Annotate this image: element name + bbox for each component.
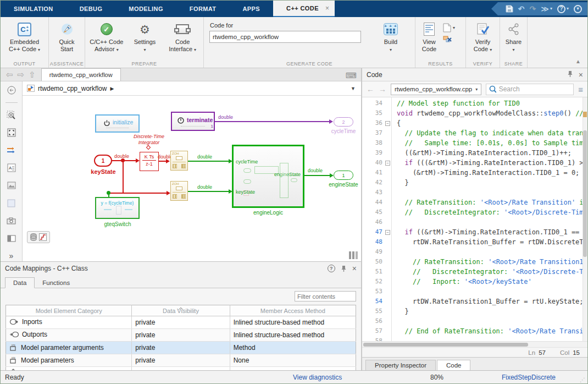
help-icon[interactable]: ?▾: [557, 5, 569, 13]
column-header-category[interactable]: Model Element Category: [6, 305, 132, 316]
solver-link[interactable]: FixedStepDiscrete: [502, 374, 556, 381]
code-editor[interactable]: 3435363738394041424344454647484950515253…: [362, 97, 587, 341]
code-line[interactable]: // Inport: '<Root>/keyState': [397, 277, 587, 287]
code-line[interactable]: ((&rtM)->Timing.RateInteraction.TID0_1)+…: [397, 148, 587, 158]
toggle-explorer-icon[interactable]: [6, 85, 17, 96]
code-interface-button[interactable]: Code Interface ▾: [162, 21, 203, 53]
column-header-visibility[interactable]: Data Visibility: [132, 305, 230, 316]
code-line[interactable]: (&rtM)->Timing.RateInteraction.TID0_1 = …: [397, 168, 587, 178]
wire-cycletime[interactable]: [215, 121, 331, 122]
more-tools-icon[interactable]: »: [6, 250, 17, 261]
access-method-cell[interactable]: Inlined structure-based method: [230, 316, 356, 329]
close-tab-icon[interactable]: ×: [325, 4, 329, 12]
undo-icon[interactable]: ↶: [518, 5, 525, 13]
code-line[interactable]: [397, 247, 587, 257]
fold-toggle-icon[interactable]: −: [384, 118, 391, 128]
code-line[interactable]: if ((&rtM)->Timing.RateInteraction.TID0_…: [397, 227, 587, 237]
table-row[interactable]: [0]Model parametersprivateNone: [6, 354, 356, 367]
code-line[interactable]: rtDW.RateTransition_Buffer = rtDW.Discre…: [397, 237, 587, 247]
code-vertical-scrollbar[interactable]: [583, 97, 587, 341]
code-line[interactable]: }: [397, 178, 587, 188]
tab-format[interactable]: FORMAT: [176, 1, 230, 17]
code-line[interactable]: // RateTransition: '<Root>/Rate Transiti…: [397, 198, 587, 207]
canvas-data-overlay-button[interactable]: [27, 231, 50, 243]
file-dropdown[interactable]: rtwdemo_cpp_workflow.cpp▾: [391, 84, 481, 95]
tab-property-inspector[interactable]: Property Inspector: [365, 360, 436, 370]
image-icon[interactable]: [6, 180, 17, 191]
open-report-button[interactable]: ▾: [443, 23, 455, 32]
code-line[interactable]: [397, 316, 587, 326]
tab-simulation[interactable]: SIMULATION: [1, 1, 66, 17]
code-line[interactable]: if (((&rtM)->Timing.RateInteraction.TID0…: [397, 158, 587, 168]
model-document-tab[interactable]: rtwdemo_cpp_workflow: [41, 68, 121, 81]
code-line[interactable]: [397, 217, 587, 227]
wire-keystate[interactable]: [112, 160, 138, 161]
access-method-cell[interactable]: None: [230, 354, 356, 367]
table-row[interactable]: InportsprivateInlined structure-based me…: [6, 316, 356, 329]
wire-enginestate[interactable]: [304, 175, 332, 176]
pin-icon[interactable]: [341, 265, 347, 272]
integrator-annotation-line2[interactable]: Integrator: [124, 140, 174, 145]
breadcrumb-dropdown-icon[interactable]: ▼: [351, 86, 356, 91]
tab-debug[interactable]: DEBUG: [66, 1, 116, 17]
code-line[interactable]: {: [397, 118, 587, 128]
view-diagnostics-link[interactable]: View diagnostics: [293, 374, 342, 381]
redo-icon[interactable]: ↷: [530, 5, 536, 13]
code-line[interactable]: // DiscreteIntegrator: '<Root>/Discrete-…: [397, 267, 587, 277]
access-method-cell[interactable]: Inlined structure-based method: [230, 329, 356, 342]
visibility-cell[interactable]: private: [132, 342, 230, 354]
camera-icon[interactable]: [6, 215, 17, 226]
column-header-access[interactable]: Member Access Method: [230, 305, 356, 316]
scrollbar-thumb[interactable]: [363, 343, 528, 347]
model-canvas[interactable]: initialize terminate 1 double 2: [23, 96, 361, 261]
zoom-region-icon[interactable]: [6, 109, 17, 120]
collapse-toolstrip-icon[interactable]: ▲: [575, 58, 581, 64]
integrator-annotation-line1[interactable]: Discrete-Time: [124, 134, 174, 139]
enginelogic-subsystem-block[interactable]: cycleTime keyState engineState: [232, 145, 304, 208]
save-icon[interactable]: [506, 5, 513, 13]
tab-data[interactable]: Data: [5, 277, 35, 288]
wire-keystate-in[interactable]: [188, 191, 231, 192]
tab-modeling[interactable]: MODELING: [115, 1, 176, 17]
rate-transition1-block[interactable]: ZOH: [170, 181, 188, 201]
keyboard-shortcuts-icon[interactable]: ⌨: [346, 71, 357, 80]
tab-functions[interactable]: Functions: [35, 278, 77, 288]
code-menu-icon[interactable]: ≡: [578, 85, 583, 94]
resize-grip[interactable]: ⋰: [580, 377, 585, 383]
tab-apps[interactable]: APPS: [229, 1, 273, 17]
code-line[interactable]: // Model step function for TID0: [397, 98, 587, 108]
code-line[interactable]: rtDW.RateTransition1_Buffer = rtU.keySta…: [397, 297, 587, 306]
fold-toggle-icon[interactable]: −: [384, 158, 391, 168]
wire-cycletime-in[interactable]: [188, 161, 231, 162]
filter-contents-input[interactable]: [295, 291, 356, 301]
embedded-cpp-code-button[interactable]: C++ Embedded C++ Code ▾: [1, 21, 48, 53]
help-icon[interactable]: ?: [328, 265, 335, 272]
fold-toggle-icon[interactable]: −: [384, 227, 391, 237]
code-line[interactable]: // Sample time: [0.01s, 0.0s] to Sample …: [397, 138, 587, 148]
rate-transition-block[interactable]: ZOH: [170, 151, 188, 171]
visibility-cell[interactable]: private: [132, 329, 230, 342]
tab-cpp-code[interactable]: C++ CODE×: [273, 1, 335, 17]
gteqswitch-block[interactable]: y = f(cycleTime): [95, 197, 140, 219]
pin-icon[interactable]: [567, 70, 573, 78]
scrollbar-thumb[interactable]: [583, 130, 587, 257]
back-icon[interactable]: ⇦: [6, 70, 13, 80]
subsystem-icon[interactable]: [6, 233, 17, 244]
wire-keystate-branch-down[interactable]: [123, 161, 124, 193]
breadcrumb-model-name[interactable]: rtwdemo_cpp_workflow: [38, 85, 107, 92]
close-panel-icon[interactable]: ×: [579, 70, 583, 79]
forward-icon[interactable]: ⇨: [18, 70, 25, 80]
share-button[interactable]: Share ▾: [500, 21, 527, 53]
settings-button[interactable]: ⚙ Settings ▾: [128, 21, 162, 53]
canvas-scroll-grip[interactable]: [349, 251, 358, 259]
outport-enginestate[interactable]: 1: [334, 171, 353, 180]
view-code-button[interactable]: View Code: [415, 21, 443, 53]
code-line[interactable]: [397, 188, 587, 198]
verify-code-button[interactable]: Verify Code ▾: [466, 21, 500, 53]
close-panel-icon[interactable]: ×: [352, 264, 357, 273]
fit-to-view-icon[interactable]: [6, 127, 17, 138]
initialize-block[interactable]: initialize: [95, 114, 140, 133]
code-line[interactable]: [397, 287, 587, 297]
code-search-input[interactable]: [499, 85, 571, 93]
outport-cycletime[interactable]: 2: [334, 117, 353, 127]
